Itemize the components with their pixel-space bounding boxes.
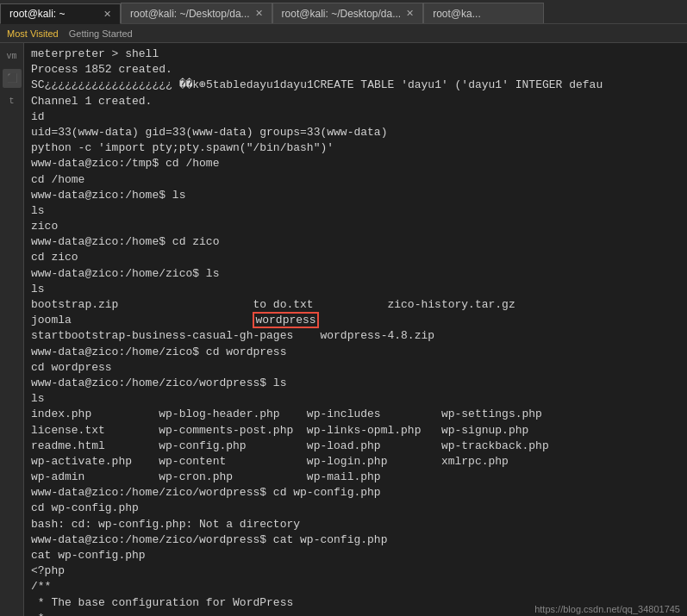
tab-1[interactable]: root@kali: ~ ✕ (0, 3, 121, 24)
status-bar: https://blog.csdn.net/qq_34801745 (528, 602, 687, 616)
terminal-line: wp-admin wp-cron.php wp-mail.php (31, 470, 680, 485)
terminal-line: cd wp-config.php (31, 501, 680, 516)
terminal-line: www-data@zico:/home$ ls (31, 188, 680, 203)
terminal-line: cd wordpress (31, 360, 680, 376)
terminal-line: cat wp-config.php (31, 548, 680, 563)
tab-3-label: root@kali: ~/Desktop/da... (282, 8, 402, 20)
terminal-line: startbootstrap-business-casual-gh-pages … (31, 328, 680, 344)
terminal-line: python -c 'import pty;pty.spawn("/bin/ba… (31, 140, 680, 156)
terminal-line: uid=33(www-data) gid=33(www-data) groups… (31, 125, 680, 140)
terminal-line: ls (31, 203, 680, 219)
sidebar-icon-vm[interactable]: vm (3, 47, 22, 65)
highlight-wordpress: wordpress (253, 312, 318, 328)
tab-2[interactable]: root@kali: ~/Desktop/da... ✕ (121, 3, 272, 23)
terminal-line: www-data@zico:/tmp$ cd /home (31, 156, 680, 171)
tab-bar: root@kali: ~ ✕ root@kali: ~/Desktop/da..… (0, 0, 687, 24)
terminal-line: license.txt wp-comments-post.php wp-link… (31, 423, 680, 439)
main-layout: vm ⬛ t meterpreter > shellProcess 1852 c… (0, 43, 687, 616)
terminal-line: cd /home (31, 172, 680, 188)
bookmark-getting-started[interactable]: Getting Started (69, 28, 133, 39)
tab-2-label: root@kali: ~/Desktop/da... (130, 8, 250, 20)
terminal-line: www-data@zico:/home/zico/wordpress$ ls (31, 376, 680, 391)
terminal-line: id (31, 109, 680, 125)
tab-4-label: root@ka... (433, 8, 481, 20)
terminal-line: www-data@zico:/home/zico/wordpress$ cd w… (31, 485, 680, 501)
bookmark-most-visited[interactable]: Most Visited (7, 28, 59, 39)
terminal-line: bootstrap.zip to do.txt zico-history.tar… (31, 297, 680, 313)
tab-4[interactable]: root@ka... (423, 3, 544, 23)
terminal-line: Process 1852 created. (31, 62, 680, 78)
bookmark-bar: Most Visited Getting Started (0, 24, 687, 43)
sidebar-icon-t[interactable]: t (3, 91, 22, 110)
terminal-line: Channel 1 created. (31, 94, 680, 109)
terminal-line: <?php (31, 563, 680, 579)
terminal-line: www-data@zico:/home$ cd zico (31, 234, 680, 250)
terminal-line: index.php wp-blog-header.php wp-includes… (31, 407, 680, 422)
sidebar-icon-shell[interactable]: ⬛ (3, 69, 22, 88)
tab-2-close[interactable]: ✕ (255, 8, 263, 19)
tab-1-label: root@kali: ~ (9, 8, 66, 20)
tab-3[interactable]: root@kali: ~/Desktop/da... ✕ (272, 3, 424, 23)
terminal-line: joomla wordpress (31, 313, 680, 328)
terminal-line: /** (31, 579, 680, 594)
tab-3-close[interactable]: ✕ (406, 8, 414, 19)
terminal-line: meterpreter > shell (31, 47, 680, 62)
terminal-area[interactable]: meterpreter > shellProcess 1852 created.… (24, 43, 687, 616)
terminal-line: bash: cd: wp-config.php: Not a directory (31, 517, 680, 532)
tab-1-close[interactable]: ✕ (103, 9, 111, 20)
sidebar: vm ⬛ t (0, 43, 24, 616)
terminal-line: ls (31, 391, 680, 407)
terminal-line: readme.html wp-config.php wp-load.php wp… (31, 439, 680, 454)
terminal-line: zico (31, 219, 680, 234)
terminal-line: cd zico (31, 250, 680, 265)
terminal-line: www-data@zico:/home/zico/wordpress$ cat … (31, 532, 680, 548)
terminal-line: wp-activate.php wp-content wp-login.php … (31, 454, 680, 470)
terminal-line: www-data@zico:/home/zico$ ls (31, 266, 680, 282)
terminal-line: SC¿¿¿¿¿¿¿¿¿¿¿¿¿¿¿¿¿¿¿ ��k⊕5tabledayu1day… (31, 78, 680, 93)
terminal-line: www-data@zico:/home/zico$ cd wordpress (31, 345, 680, 360)
terminal-line: ls (31, 282, 680, 297)
